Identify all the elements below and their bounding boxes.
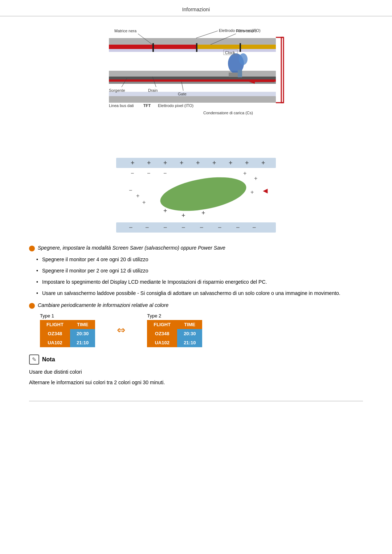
svg-text:Sorgente: Sorgente	[109, 88, 125, 93]
color-table-wrapper: Type 1 FLIGHT TIME OZ348 20:30	[40, 313, 363, 347]
page-title: Informazioni	[182, 7, 210, 12]
tft-diagram-svg: Elettrodo comune (ITO) Matrice nera Filt…	[80, 27, 312, 143]
svg-text:+: +	[212, 159, 216, 167]
section1-header-text: Spegnere, impostare la modalità Screen S…	[38, 245, 225, 251]
orange-dot-2	[29, 303, 35, 309]
nota-icon: ✎	[29, 354, 39, 365]
svg-rect-7	[196, 43, 197, 52]
flight-cell: OZ348	[147, 329, 177, 338]
lc-diagram-svg: + + + + + + + + + − − − + + −	[109, 154, 283, 234]
double-arrow-container: ⇔	[117, 324, 125, 336]
svg-text:+: +	[163, 159, 167, 167]
content-area: Elettrodo comune (ITO) Matrice nera Filt…	[0, 27, 392, 405]
table-row: UA102 21:10	[147, 338, 202, 347]
list-item: Usare un salvaschermo laddove possibile …	[36, 290, 363, 297]
svg-text:Matrice nera: Matrice nera	[114, 29, 137, 33]
svg-text:−: −	[200, 224, 204, 231]
svg-rect-3	[152, 45, 196, 49]
type1-container: Type 1 FLIGHT TIME OZ348 20:30	[40, 313, 95, 347]
color-table-section: Cambiare periodicamente le informazioni …	[29, 302, 363, 347]
double-arrow-icon: ⇔	[117, 324, 125, 336]
type2-table: FLIGHT TIME OZ348 20:30 UA102 21:1	[147, 320, 202, 347]
svg-text:+: +	[142, 199, 146, 205]
col-time-header: TIME	[70, 320, 95, 329]
nota-text-2: Alternare le informazioni sui colori tra…	[29, 379, 363, 386]
type2-label: Type 2	[147, 313, 202, 319]
svg-text:+: +	[196, 159, 200, 167]
time-cell: 20:30	[177, 329, 202, 338]
svg-text:−: −	[218, 224, 222, 231]
col-time-header: TIME	[177, 320, 202, 329]
svg-text:+: +	[245, 159, 249, 167]
flight-cell: OZ348	[40, 329, 70, 338]
orange-dot-1	[29, 246, 35, 251]
svg-text:TFT: TFT	[143, 103, 151, 108]
svg-text:Filtro colore: Filtro colore	[236, 29, 257, 33]
svg-rect-19	[281, 37, 283, 103]
svg-rect-6	[152, 43, 154, 52]
svg-rect-2	[109, 45, 152, 49]
svg-text:+: +	[229, 159, 233, 167]
nota-label: Nota	[42, 356, 55, 363]
svg-text:+: +	[180, 159, 184, 167]
col-flight-header: FLIGHT	[40, 320, 70, 329]
list-item: Impostare lo spegnimento del Display LCD…	[36, 278, 363, 286]
svg-text:−: −	[131, 170, 134, 176]
type1-label: Type 1	[40, 313, 95, 319]
svg-text:−: −	[163, 170, 167, 176]
list-item: Spegnere il monitor per 2 ore ogni 12 di…	[36, 267, 363, 275]
svg-text:+: +	[163, 207, 167, 214]
svg-text:−: −	[181, 224, 185, 231]
svg-rect-13	[109, 96, 276, 103]
col-flight-header: FLIGHT	[147, 320, 177, 329]
flight-cell: UA102	[147, 338, 177, 347]
page-header: Informazioni	[0, 0, 392, 16]
svg-text:◄: ◄	[261, 186, 269, 195]
table-row: OZ348 20:30	[40, 329, 95, 338]
svg-text:Elettrodo pixel (ITO): Elettrodo pixel (ITO)	[158, 103, 193, 108]
bullet-list-1: Spegnere il monitor per 4 ore ogni 20 di…	[36, 256, 363, 297]
section2-header: Cambiare periodicamente le informazioni …	[29, 302, 363, 309]
lc-diagram-container: + + + + + + + + + − − − + + −	[29, 154, 363, 234]
type2-container: Type 2 FLIGHT TIME OZ348 20:30	[147, 313, 202, 347]
table-row: UA102 21:10	[40, 338, 95, 347]
svg-rect-5	[109, 49, 276, 52]
svg-rect-18	[238, 70, 242, 77]
time-cell: 21:10	[70, 338, 95, 347]
svg-text:+: +	[181, 212, 185, 219]
time-cell: 20:30	[70, 329, 95, 338]
svg-text:−: −	[163, 224, 167, 231]
svg-text:Condensatore di carica (Cs): Condensatore di carica (Cs)	[203, 111, 253, 115]
list-item: Spegnere il monitor per 4 ore ogni 20 di…	[36, 256, 363, 263]
section1-header: Spegnere, impostare la modalità Screen S…	[29, 245, 363, 251]
svg-text:+: +	[131, 159, 135, 167]
svg-rect-65	[116, 222, 276, 233]
time-cell: 21:10	[177, 338, 202, 347]
svg-text:+: +	[261, 159, 265, 167]
flight-cell: UA102	[40, 338, 70, 347]
svg-rect-9	[109, 71, 276, 77]
nota-section: ✎ Nota	[29, 354, 363, 365]
svg-text:+: +	[136, 193, 139, 199]
svg-text:−: −	[145, 224, 149, 231]
table-row: OZ348 20:30	[147, 329, 202, 338]
svg-text:+: +	[250, 189, 254, 195]
svg-text:−: −	[147, 170, 150, 176]
svg-text:+: +	[201, 209, 205, 217]
type1-table: FLIGHT TIME OZ348 20:30 UA102 21:1	[40, 320, 95, 347]
svg-rect-4	[196, 45, 240, 49]
svg-text:Drain: Drain	[148, 88, 158, 93]
svg-text:−: −	[129, 224, 133, 231]
svg-text:+: +	[254, 175, 257, 181]
svg-rect-10	[109, 77, 276, 79]
svg-text:+: +	[147, 159, 151, 167]
pencil-icon: ✎	[32, 356, 37, 363]
svg-text:Linea bus dati: Linea bus dati	[109, 103, 134, 108]
page-footer	[29, 401, 363, 405]
nota-text-1: Usare due distinti colori	[29, 368, 363, 376]
svg-rect-17	[229, 73, 238, 77]
svg-line-23	[196, 31, 218, 38]
svg-rect-8	[240, 43, 241, 52]
svg-text:Gate: Gate	[178, 92, 187, 96]
svg-text:−: −	[236, 224, 240, 231]
